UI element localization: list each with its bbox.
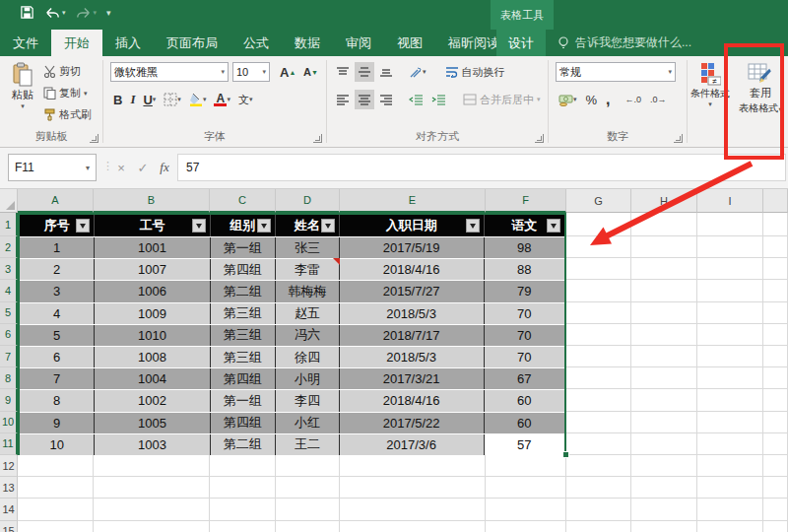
enter-button[interactable]: ✓	[132, 154, 154, 181]
align-bottom-button[interactable]	[376, 62, 396, 82]
table-cell[interactable]: 韩梅梅	[276, 281, 340, 301]
table-header-cell-组别[interactable]: 组别	[211, 215, 277, 236]
table-cell[interactable]: 第四组	[211, 259, 277, 280]
tab-review[interactable]: 审阅	[333, 30, 384, 56]
row-header-1[interactable]: 1	[0, 213, 18, 236]
font-dialog-launcher[interactable]	[313, 134, 322, 143]
col-header-G[interactable]: G	[566, 189, 631, 213]
undo-icon[interactable]: ▾	[44, 6, 66, 20]
table-cell[interactable]: 70	[485, 325, 564, 346]
table-cell[interactable]: 2017/5/19	[340, 237, 485, 258]
font-color-button[interactable]: A▾	[211, 90, 233, 109]
table-header-cell-工号[interactable]: 工号	[95, 215, 210, 236]
row-header-6[interactable]: 6	[0, 324, 18, 346]
row-header-5[interactable]: 5	[0, 302, 18, 324]
filter-dropdown-button[interactable]	[547, 219, 560, 233]
underline-button[interactable]: U▾	[140, 90, 159, 109]
table-cell[interactable]: 第三组	[211, 303, 277, 324]
decrease-font-button[interactable]: A▼	[300, 62, 321, 82]
table-cell[interactable]: 2017/5/22	[340, 413, 485, 433]
table-cell[interactable]: 李四	[276, 390, 340, 411]
table-cell[interactable]: 1004	[95, 368, 210, 389]
table-header-cell-语文[interactable]: 语文	[485, 215, 564, 236]
name-box[interactable]: F11 ▾	[8, 154, 97, 181]
percent-style-button[interactable]: %	[583, 90, 601, 109]
table-cell[interactable]: 79	[485, 281, 564, 301]
table-cell[interactable]: 小红	[276, 413, 340, 433]
bold-button[interactable]: B	[110, 90, 125, 109]
font-size-combobox[interactable]: 10▾	[232, 62, 270, 82]
table-cell[interactable]: 小明	[276, 368, 340, 389]
font-name-combobox[interactable]: 微软雅黑▾	[110, 62, 229, 82]
table-cell[interactable]: 张三	[276, 237, 340, 258]
table-cell[interactable]: 第三组	[211, 325, 277, 346]
format-painter-button[interactable]: 格式刷	[43, 107, 92, 122]
col-header-A[interactable]: A	[18, 189, 94, 213]
italic-button[interactable]: I	[127, 90, 138, 109]
row-header-9[interactable]: 9	[0, 389, 18, 411]
comma-style-button[interactable]: ,	[603, 90, 613, 109]
align-top-button[interactable]	[333, 62, 353, 82]
table-cell[interactable]: 李雷	[276, 259, 340, 280]
tab-insert[interactable]: 插入	[102, 30, 154, 56]
table-cell[interactable]: 1005	[95, 413, 210, 433]
tab-formulas[interactable]: 公式	[230, 30, 282, 56]
row-header-8[interactable]: 8	[0, 367, 18, 389]
tab-file[interactable]: 文件	[0, 30, 51, 56]
tab-data[interactable]: 数据	[282, 30, 333, 56]
filter-dropdown-button[interactable]	[257, 219, 271, 233]
table-cell[interactable]: 第一组	[211, 390, 277, 411]
row-header-4[interactable]: 4	[0, 280, 18, 301]
row-header-14[interactable]: 14	[0, 499, 18, 520]
row-header-10[interactable]: 10	[0, 412, 18, 433]
table-cell[interactable]: 7	[20, 368, 95, 389]
table-cell[interactable]: 第二组	[211, 281, 277, 301]
table-cell[interactable]: 2018/5/3	[340, 303, 485, 324]
table-cell[interactable]: 王二	[276, 434, 340, 455]
borders-button[interactable]: ▾	[161, 90, 184, 109]
increase-decimal-button[interactable]: ←.0	[623, 90, 645, 109]
table-header-cell-姓名[interactable]: 姓名	[276, 215, 340, 236]
copy-button[interactable]: 复制 ▾	[43, 86, 92, 100]
table-cell[interactable]: 冯六	[276, 325, 340, 346]
filter-dropdown-button[interactable]	[466, 219, 480, 233]
redo-dropdown-icon[interactable]: ▾	[94, 9, 98, 17]
row-header-3[interactable]: 3	[0, 258, 18, 280]
table-cell[interactable]: 1007	[95, 259, 210, 280]
table-cell[interactable]: 2	[20, 259, 95, 280]
table-cell[interactable]: 67	[485, 368, 564, 389]
align-left-button[interactable]	[333, 90, 353, 109]
paste-button[interactable]: 粘贴 ▾	[6, 62, 39, 110]
row-header-7[interactable]: 7	[0, 346, 18, 367]
col-header-I[interactable]: I	[697, 189, 763, 213]
row-header-12[interactable]: 12	[0, 455, 18, 477]
table-cell[interactable]: 1006	[95, 281, 210, 301]
row-header-11[interactable]: 11	[0, 433, 18, 455]
col-header-H[interactable]: H	[631, 189, 697, 213]
table-cell[interactable]: 第一组	[211, 237, 277, 258]
undo-dropdown-icon[interactable]: ▾	[62, 9, 66, 17]
table-cell[interactable]: 4	[20, 303, 95, 324]
merge-center-button[interactable]: 合并后居中 ▾	[463, 93, 541, 107]
table-cell[interactable]: 第三组	[211, 347, 277, 367]
table-cell[interactable]: 第四组	[211, 368, 277, 389]
table-cell[interactable]: 2017/3/6	[340, 434, 485, 455]
tab-view[interactable]: 视图	[384, 30, 435, 56]
row-header-13[interactable]: 13	[0, 477, 18, 499]
decrease-indent-button[interactable]	[406, 90, 427, 109]
align-right-button[interactable]	[376, 90, 396, 109]
redo-icon[interactable]: ▾	[76, 6, 98, 20]
table-cell[interactable]: 1002	[95, 390, 210, 411]
table-cell[interactable]: 5	[20, 325, 95, 346]
table-cell[interactable]: 98	[485, 237, 564, 258]
table-cell[interactable]: 1009	[95, 303, 210, 324]
select-all-corner[interactable]	[0, 189, 18, 213]
accounting-format-button[interactable]: ▾	[556, 90, 580, 109]
cancel-button[interactable]: ×	[110, 154, 132, 181]
table-cell[interactable]: 60	[485, 390, 564, 411]
table-cell[interactable]: 第四组	[211, 413, 277, 433]
fill-handle[interactable]	[562, 451, 569, 458]
col-header-B[interactable]: B	[94, 189, 210, 213]
table-cell[interactable]: 9	[20, 413, 95, 433]
filter-dropdown-button[interactable]	[321, 219, 335, 233]
